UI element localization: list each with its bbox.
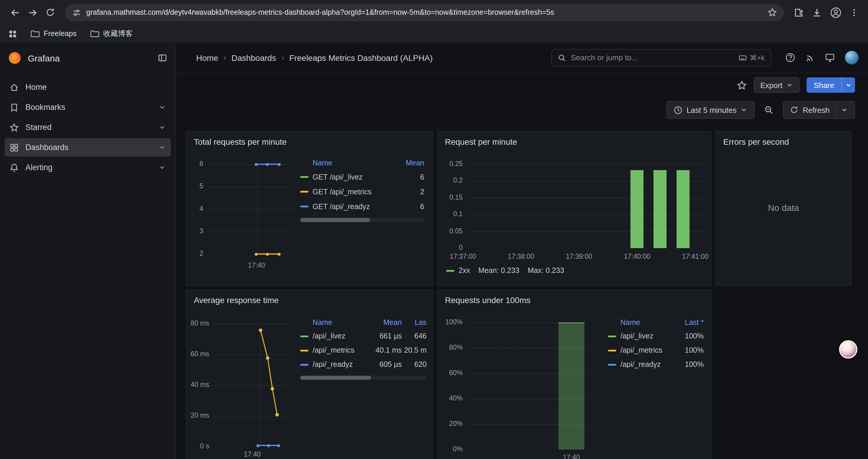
legend-row[interactable]: /api/_readyz 100%: [608, 357, 704, 371]
series-name[interactable]: /api/_livez: [313, 332, 371, 340]
share-caret[interactable]: [841, 77, 855, 93]
monitor-icon[interactable]: [825, 53, 835, 63]
y-tick: 80%: [442, 344, 463, 351]
panel-average-response-time: Average response time 80 ms 60 ms 40 ms …: [186, 290, 433, 459]
breadcrumb-dashboards[interactable]: Dashboards: [231, 53, 276, 62]
series-swatch: [300, 350, 308, 351]
bookmark-folder-blogs[interactable]: 收藏博客: [90, 29, 133, 39]
profile-icon[interactable]: [830, 7, 841, 18]
legend-scrollbar[interactable]: [300, 376, 427, 380]
collapse-sidebar-icon[interactable]: [158, 53, 167, 63]
sidebar-item-alerting[interactable]: Alerting: [5, 158, 171, 177]
legend-row[interactable]: /api/_livez 100%: [608, 329, 704, 343]
series-name[interactable]: GET /api/_readyz: [313, 202, 394, 210]
legend-scrollbar[interactable]: [300, 218, 424, 222]
legend-row[interactable]: /api/_metrics 100%: [608, 343, 704, 357]
no-data-message: No data: [716, 202, 851, 212]
legend-mean-header[interactable]: Mean: [371, 319, 402, 327]
scrollbar-thumb[interactable]: [300, 376, 371, 380]
sidebar-item-dashboards[interactable]: Dashboards: [5, 138, 171, 157]
chevron-down-icon[interactable]: [158, 143, 166, 151]
legend-row[interactable]: GET /api/_readyz 6: [300, 199, 424, 214]
bookmark-folder-freeleaps[interactable]: Freeleaps: [30, 29, 76, 38]
back-button[interactable]: [6, 4, 24, 21]
panel-title[interactable]: Request per minute: [438, 132, 711, 146]
y-tick: 40 ms: [189, 381, 209, 388]
legend-row[interactable]: /api/_readyz 605 µs 620: [300, 357, 427, 371]
legend-row[interactable]: 2xx: [446, 266, 470, 275]
series-last: 646: [402, 332, 427, 340]
legend-last-header[interactable]: Last *: [673, 319, 704, 327]
user-avatar[interactable]: [845, 51, 859, 64]
refresh-interval-caret[interactable]: [836, 102, 848, 118]
address-bar[interactable]: grafana.mathmast.com/d/deytv4rwavabkb/fr…: [65, 4, 784, 21]
series-name[interactable]: /api/_metrics: [620, 346, 673, 355]
series-name[interactable]: 2xx: [459, 266, 470, 275]
y-tick: 0.15: [442, 194, 463, 201]
share-main[interactable]: Share: [807, 77, 841, 93]
rss-icon[interactable]: [805, 53, 815, 62]
favorite-star-icon[interactable]: [737, 80, 747, 90]
search-input[interactable]: Search or jump to... ⌘+k: [551, 49, 771, 66]
series-name[interactable]: GET /api/_metrics: [313, 188, 394, 196]
panel-title[interactable]: Requests under 100ms: [438, 290, 711, 305]
panel-title[interactable]: Errors per second: [716, 132, 851, 146]
extensions-icon[interactable]: [794, 7, 804, 18]
chevron-down-icon[interactable]: [158, 124, 166, 131]
bookmark-label: 收藏博客: [103, 29, 133, 39]
grafana-logo-icon[interactable]: [8, 52, 21, 64]
panel-title[interactable]: Total requests per minute: [187, 132, 433, 146]
forward-button[interactable]: [24, 4, 41, 21]
scrollbar-thumb[interactable]: [300, 218, 370, 222]
export-button[interactable]: Export: [754, 77, 800, 93]
chevron-down-icon[interactable]: [158, 164, 166, 171]
sidebar-item-bookmarks[interactable]: Bookmarks: [5, 98, 171, 117]
chevron-down-icon[interactable]: [158, 103, 166, 111]
bookmark-star-icon[interactable]: [768, 8, 777, 17]
chevron-down-icon: [741, 106, 748, 113]
screen: grafana.mathmast.com/d/deytv4rwavabkb/fr…: [0, 0, 868, 459]
legend-last-header[interactable]: Las: [402, 319, 427, 327]
time-range-picker[interactable]: Last 5 minutes: [666, 101, 755, 119]
download-icon[interactable]: [812, 7, 822, 18]
nav-label: Dashboards: [25, 143, 68, 152]
panel-title[interactable]: Average response time: [187, 290, 433, 305]
legend-name-header[interactable]: Name: [300, 159, 394, 167]
series-mean: Mean: 0.233: [478, 266, 519, 275]
sidebar-item-home[interactable]: Home: [5, 78, 171, 96]
legend-row[interactable]: GET /api/_metrics 2: [300, 184, 424, 199]
series-mean: 661 µs: [371, 332, 402, 340]
share-button[interactable]: Share: [807, 77, 855, 93]
series-name[interactable]: /api/_livez: [620, 332, 673, 340]
assistant-avatar[interactable]: [839, 340, 857, 359]
reload-icon: [45, 8, 55, 17]
y-tick: 20%: [442, 420, 463, 427]
series-name[interactable]: /api/_metrics: [313, 346, 371, 355]
apps-grid-icon[interactable]: [8, 29, 17, 38]
x-axis: 17:37:00 17:38:00 17:39:00 17:40:00 17:4…: [450, 253, 709, 260]
y-tick: 0.25: [442, 160, 463, 167]
legend-row[interactable]: /api/_livez 661 µs 646: [300, 329, 427, 343]
series-mean: 40.1 ms: [371, 346, 402, 355]
series-last: 100%: [673, 332, 704, 340]
reload-button[interactable]: [41, 4, 59, 21]
legend-row[interactable]: GET /api/_livez 6: [300, 169, 424, 184]
legend-mean-header[interactable]: Mean: [394, 159, 424, 167]
clock-icon: [674, 105, 682, 114]
legend-row[interactable]: /api/_metrics 40.1 ms 20.5 m: [300, 343, 427, 357]
breadcrumb-home[interactable]: Home: [196, 53, 218, 62]
folder-icon: [90, 29, 99, 38]
bookmark-icon: [9, 102, 19, 112]
legend-name-header[interactable]: Name: [300, 319, 371, 327]
zoom-out-button[interactable]: [761, 102, 777, 118]
series-name[interactable]: GET /api/_livez: [313, 173, 394, 181]
series-name[interactable]: /api/_readyz: [313, 360, 371, 369]
sidebar-item-starred[interactable]: Starred: [5, 118, 171, 136]
toolbar-actions: [790, 7, 862, 18]
y-tick: 3: [186, 227, 203, 234]
help-icon[interactable]: [785, 53, 795, 63]
legend-name-header[interactable]: Name: [608, 319, 673, 327]
menu-kebab-icon[interactable]: [850, 8, 859, 17]
refresh-button[interactable]: Refresh: [783, 101, 855, 119]
series-name[interactable]: /api/_readyz: [620, 360, 673, 369]
